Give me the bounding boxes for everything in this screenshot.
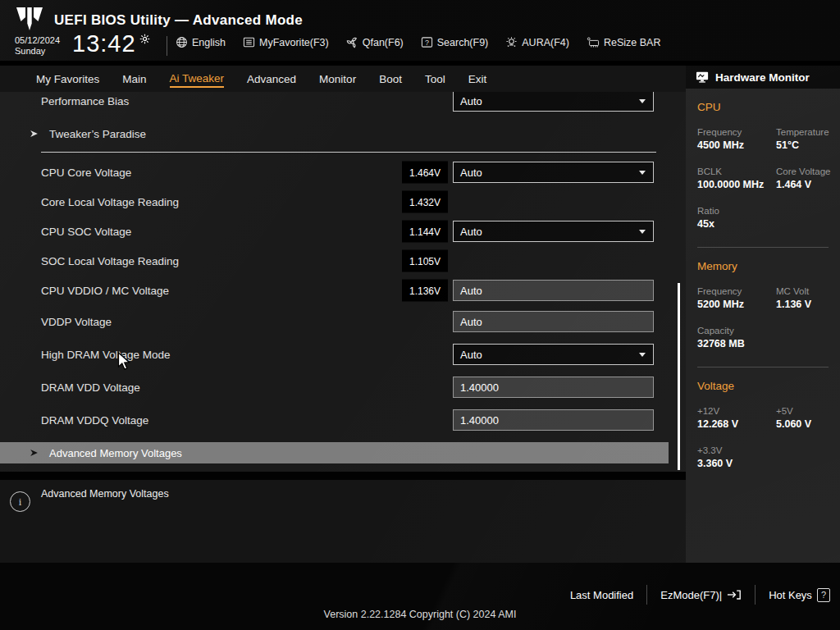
tab-ai-tweaker[interactable]: Ai Tweaker bbox=[170, 70, 225, 88]
footer-separator bbox=[755, 585, 756, 605]
setting-row-high-dram-voltage-mode: High DRAM Voltage ModeAuto bbox=[0, 338, 686, 371]
hot-keys-button[interactable]: Hot Keys ? bbox=[769, 588, 830, 602]
reading-cpu-core-voltage: 1.464V bbox=[402, 162, 448, 184]
hm-stat-12v: +12V12.268 V bbox=[697, 406, 776, 430]
input-cpu-vddio-mc-voltage[interactable]: Auto bbox=[453, 280, 654, 301]
hm-grid: Frequency4500 MHzTemperature51°CBCLK100.… bbox=[697, 127, 829, 230]
tab-monitor[interactable]: Monitor bbox=[319, 71, 356, 87]
ezmode-button[interactable]: EzMode(F7)| bbox=[660, 589, 742, 601]
dropdown-value: Auto bbox=[460, 167, 482, 179]
settings-panel: Performance BiasAutoTweaker’s ParadiseCP… bbox=[0, 92, 686, 472]
hot-keys-question-icon: ? bbox=[817, 588, 830, 602]
chip-icon bbox=[587, 37, 600, 48]
chevron-down-icon bbox=[639, 230, 646, 234]
footer-cluster: Last Modified EzMode(F7)| Hot Keys ? bbox=[570, 585, 830, 605]
toolbar-item-label: AURA(F4) bbox=[522, 37, 569, 48]
description-text: Advanced Memory Voltages bbox=[41, 488, 169, 500]
hm-stat-label: +3.3V bbox=[697, 445, 776, 455]
input-value: Auto bbox=[460, 316, 482, 328]
tab-exit[interactable]: Exit bbox=[468, 71, 487, 87]
hm-stat-label: MC Volt bbox=[776, 286, 829, 296]
hm-stat-value: 100.0000 MHz bbox=[697, 179, 776, 190]
setting-label: CPU SOC Voltage bbox=[41, 226, 131, 238]
monitor-icon bbox=[696, 71, 710, 84]
hm-stat-label: Capacity bbox=[697, 326, 776, 336]
input-dram-vdd-voltage[interactable]: 1.40000 bbox=[453, 377, 654, 398]
setting-label: CPU Core Voltage bbox=[41, 167, 131, 179]
hm-stat-capacity: Capacity32768 MB bbox=[697, 326, 776, 349]
hm-stat-temperature: Temperature51°C bbox=[776, 127, 831, 151]
bios-screen: UEFI BIOS Utility — Advanced Mode 05/12/… bbox=[0, 0, 840, 630]
hm-section-title: Memory bbox=[697, 260, 829, 272]
hm-stat-value: 4500 MHz bbox=[697, 139, 776, 151]
scrollbar-thumb[interactable] bbox=[678, 283, 680, 470]
clock-settings-gear-icon[interactable] bbox=[139, 33, 150, 48]
last-modified-button[interactable]: Last Modified bbox=[570, 589, 633, 601]
chevron-down-icon bbox=[639, 171, 646, 175]
hm-stat-3-3v: +3.3V3.360 V bbox=[697, 445, 776, 469]
reading-soc-local-voltage-reading: 1.105V bbox=[402, 250, 448, 272]
reading-core-local-voltage-reading: 1.432V bbox=[402, 191, 448, 213]
dropdown-performance-bias[interactable]: Auto bbox=[453, 92, 654, 112]
setting-row-tweaker-s-paradise[interactable]: Tweaker’s Paradise bbox=[0, 117, 686, 150]
hm-stat-label: Core Voltage bbox=[776, 167, 831, 176]
reading-cpu-vddio-mc-voltage: 1.136V bbox=[402, 280, 448, 302]
day-text: Sunday bbox=[15, 46, 60, 57]
hardware-monitor-panel: Hardware Monitor CPUFrequency4500 MHzTem… bbox=[686, 66, 840, 563]
svg-text:?: ? bbox=[425, 39, 429, 47]
dropdown-high-dram-voltage-mode[interactable]: Auto bbox=[453, 344, 654, 365]
info-icon: i bbox=[10, 491, 30, 512]
dropdown-cpu-core-voltage[interactable]: Auto bbox=[453, 162, 654, 183]
hm-stat-label: Temperature bbox=[776, 127, 831, 137]
menu-tabs: My FavoritesMainAi TweakerAdvancedMonito… bbox=[0, 66, 686, 92]
tab-main[interactable]: Main bbox=[122, 71, 146, 87]
tab-my-favorites[interactable]: My Favorites bbox=[36, 71, 99, 87]
tab-tool[interactable]: Tool bbox=[425, 71, 445, 87]
setting-row-cpu-vddio-mc-voltage: CPU VDDIO / MC Voltage1.136VAuto bbox=[0, 276, 686, 305]
date-text: 05/12/2024 bbox=[15, 35, 60, 46]
hot-keys-label: Hot Keys bbox=[769, 589, 812, 601]
hardware-monitor-title: Hardware Monitor bbox=[715, 71, 810, 84]
toolbar-item-resize-bar[interactable]: ReSize BAR bbox=[587, 37, 660, 48]
hardware-monitor-body: CPUFrequency4500 MHzTemperature51°CBCLK1… bbox=[686, 101, 840, 469]
setting-row-advanced-memory-voltages[interactable]: Advanced Memory Voltages bbox=[0, 442, 669, 463]
hm-stat-label: Frequency bbox=[697, 286, 776, 296]
hm-stat-value: 3.360 V bbox=[697, 458, 776, 469]
titlebar: UEFI BIOS Utility — Advanced Mode 05/12/… bbox=[0, 0, 840, 61]
setting-label: Performance Bias bbox=[41, 95, 129, 107]
tab-advanced[interactable]: Advanced bbox=[247, 71, 296, 87]
globe-icon bbox=[176, 36, 188, 48]
tab-boot[interactable]: Boot bbox=[379, 71, 402, 87]
aura-lamp-icon bbox=[505, 36, 518, 48]
toolbar-item-search-f9[interactable]: ?Search(F9) bbox=[421, 36, 489, 48]
input-vddp-voltage[interactable]: Auto bbox=[453, 311, 654, 332]
hm-stat-frequency: Frequency5200 MHz bbox=[697, 286, 776, 310]
toolbar-item-label: ReSize BAR bbox=[604, 37, 660, 48]
setting-row-core-local-voltage-reading: Core Local Voltage Reading1.432V bbox=[0, 187, 686, 217]
ezmode-label: EzMode(F7)| bbox=[660, 589, 722, 601]
hm-stat-bclk: BCLK100.0000 MHz bbox=[697, 167, 776, 190]
reading-cpu-soc-voltage: 1.144V bbox=[402, 221, 448, 243]
dropdown-cpu-soc-voltage[interactable]: Auto bbox=[453, 221, 654, 242]
settings-divider bbox=[41, 152, 656, 153]
exit-to-ezmode-icon bbox=[727, 589, 742, 600]
hm-stat-label: +5V bbox=[776, 406, 829, 416]
hm-stat-label: Frequency bbox=[697, 127, 776, 137]
setting-row-soc-local-voltage-reading: SOC Local Voltage Reading1.105V bbox=[0, 246, 686, 276]
setting-row-cpu-soc-voltage: CPU SOC Voltage1.144VAuto bbox=[0, 217, 686, 246]
toolbar-item-myfavorite-f3[interactable]: MyFavorite(F3) bbox=[243, 36, 329, 48]
content-info-divider bbox=[0, 472, 686, 480]
toolbar-item-qfan-f6[interactable]: Qfan(F6) bbox=[346, 36, 404, 48]
input-value: 1.40000 bbox=[460, 414, 499, 427]
setting-row-performance-bias: Performance BiasAuto bbox=[0, 92, 686, 117]
toolbar-item-aura-f4[interactable]: AURA(F4) bbox=[505, 36, 569, 48]
setting-label: SOC Local Voltage Reading bbox=[41, 255, 179, 267]
toolbar-item-label: Search(F9) bbox=[437, 37, 489, 48]
hm-stat-value: 5.060 V bbox=[776, 418, 829, 430]
toolbar-item-english[interactable]: English bbox=[176, 36, 226, 48]
chevron-down-icon bbox=[639, 353, 646, 357]
bottom-bar: Last Modified EzMode(F7)| Hot Keys ? Ver… bbox=[0, 563, 840, 630]
hm-stat-value: 51°C bbox=[776, 139, 831, 151]
hm-stat-mc-volt: MC Volt1.136 V bbox=[776, 286, 829, 310]
input-dram-vddq-voltage[interactable]: 1.40000 bbox=[453, 409, 654, 431]
